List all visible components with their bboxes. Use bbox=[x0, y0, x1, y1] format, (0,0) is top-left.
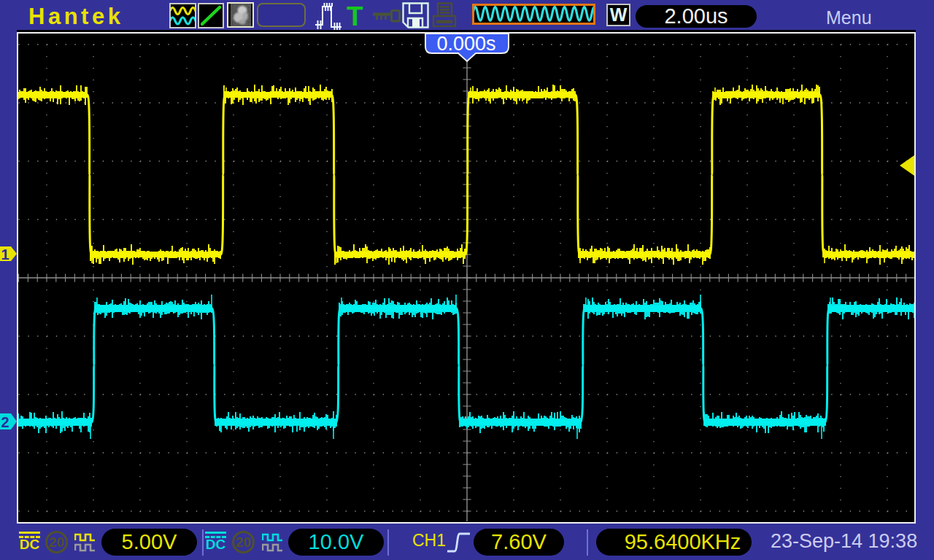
svg-text:1: 1 bbox=[1, 246, 9, 262]
svg-text:2: 2 bbox=[1, 414, 9, 430]
svg-text:0.000s: 0.000s bbox=[436, 33, 495, 55]
